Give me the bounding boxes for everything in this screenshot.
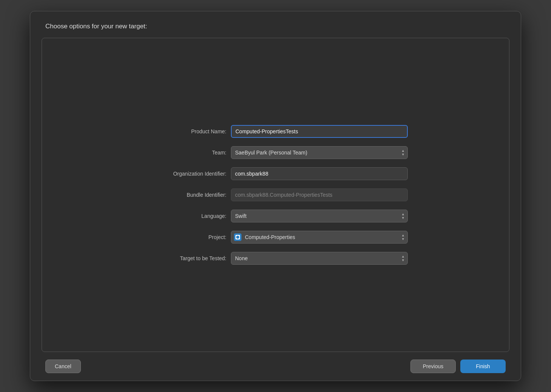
language-label: Language: — [143, 213, 226, 219]
language-select[interactable]: Swift Objective-C — [231, 210, 408, 222]
team-select[interactable]: SaeByul Park (Personal Team) — [231, 146, 408, 159]
finish-button[interactable]: Finish — [460, 360, 506, 373]
product-name-input[interactable] — [231, 125, 408, 138]
project-row: Project: Computed-Properties ▲ ▼ — [143, 231, 408, 244]
team-select-wrapper[interactable]: SaeByul Park (Personal Team) ▲ ▼ — [231, 146, 408, 159]
dialog: Choose options for your new target: Prod… — [30, 11, 521, 381]
product-name-row: Product Name: — [143, 125, 408, 138]
footer-right: Previous Finish — [410, 360, 506, 373]
team-row: Team: SaeByul Park (Personal Team) ▲ ▼ — [143, 146, 408, 159]
language-select-wrapper[interactable]: Swift Objective-C ▲ ▼ — [231, 210, 408, 222]
previous-button[interactable]: Previous — [410, 360, 456, 373]
team-label: Team: — [143, 150, 226, 156]
org-identifier-input[interactable] — [231, 167, 408, 180]
target-select-wrapper[interactable]: None ▲ ▼ — [231, 252, 408, 265]
project-select-wrapper[interactable]: Computed-Properties ▲ ▼ — [231, 231, 408, 244]
dialog-header: Choose options for your new target: — [30, 23, 521, 38]
bundle-identifier-label: Bundle Identifier: — [143, 192, 226, 198]
bundle-identifier-input — [231, 188, 408, 201]
project-select[interactable]: Computed-Properties — [231, 231, 408, 244]
dialog-footer: Cancel Previous Finish — [30, 352, 521, 381]
cancel-button[interactable]: Cancel — [45, 360, 81, 373]
project-label: Project: — [143, 234, 226, 240]
org-identifier-row: Organization Identifier: — [143, 167, 408, 180]
dialog-title: Choose options for your new target: — [45, 23, 147, 30]
target-label: Target to be Tested: — [143, 255, 226, 261]
bundle-identifier-row: Bundle Identifier: — [143, 188, 408, 201]
target-row: Target to be Tested: None ▲ ▼ — [143, 252, 408, 265]
dialog-content: Product Name: Team: SaeByul Park (Person… — [42, 38, 509, 352]
product-name-label: Product Name: — [143, 128, 226, 134]
org-identifier-label: Organization Identifier: — [143, 171, 226, 177]
target-select[interactable]: None — [231, 252, 408, 265]
form-area: Product Name: Team: SaeByul Park (Person… — [143, 125, 408, 265]
language-row: Language: Swift Objective-C ▲ ▼ — [143, 210, 408, 222]
